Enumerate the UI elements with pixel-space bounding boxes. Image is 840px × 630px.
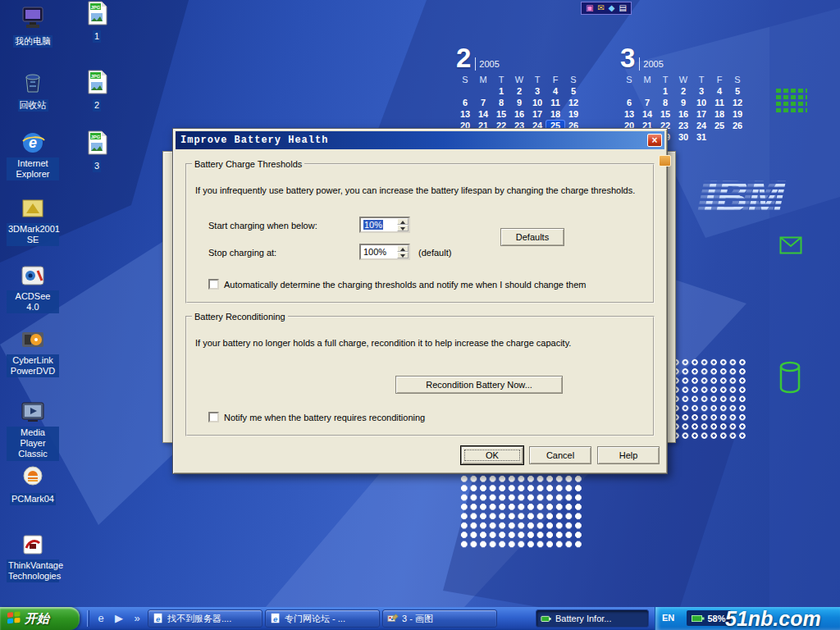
my-computer-icon xyxy=(20,5,46,31)
group-title-reconditioning: Battery Reconditioning xyxy=(192,312,288,322)
dialog-body: Battery Charge Thresholds If you infrequ… xyxy=(176,149,664,472)
stop-charging-value[interactable]: 100% xyxy=(361,245,397,258)
svg-text:e: e xyxy=(156,614,161,623)
auto-determine-checkbox-label: Automatically determine the charging thr… xyxy=(224,280,586,290)
calendar-day: 6 xyxy=(456,98,474,108)
calendar-day: 14 xyxy=(474,109,492,120)
auto-determine-checkbox[interactable] xyxy=(208,279,219,290)
desktop: 22005SMTWTFS1234567891011121314151617181… xyxy=(0,0,840,630)
notify-reconditioning-checkbox[interactable] xyxy=(208,412,219,422)
help-button[interactable]: Help xyxy=(597,446,660,464)
calendar-day: 2 xyxy=(674,86,692,97)
desktop-icon-3dmark2001-se[interactable]: 3DMark2001 SE xyxy=(7,195,59,246)
desktop-icon-my-computer[interactable]: 我的电脑 xyxy=(7,5,59,48)
dialog-titlebar[interactable]: Improve Battery Health × xyxy=(176,131,664,149)
notify-reconditioning-checkbox-label: Notify me when the battery requires reco… xyxy=(224,413,425,422)
calendar-month: 3 xyxy=(620,46,635,71)
desktop-icon-jpg-2[interactable]: JPG2 xyxy=(74,69,120,112)
svg-text:e: e xyxy=(273,614,278,623)
calendar-day: 17 xyxy=(692,109,710,120)
paint-icon xyxy=(387,613,399,624)
calendar-weekday: W xyxy=(510,75,528,85)
spin-up-button[interactable] xyxy=(397,218,409,225)
calendar-weekday: M xyxy=(638,75,656,85)
mail-icon[interactable]: ✉ xyxy=(597,2,604,14)
desktop-icon-thinkvantage[interactable]: ThinkVantage Technologies xyxy=(7,532,59,582)
calendar-weekday: T xyxy=(656,75,674,85)
start-button[interactable]: 开始 xyxy=(0,607,80,630)
reconditioning-description: If your battery no longer holds a full c… xyxy=(195,338,571,348)
recycle-bin-icon xyxy=(20,69,46,95)
taskbar-task-4[interactable]: Battery Infor... xyxy=(536,609,649,628)
defaults-button[interactable]: Defaults xyxy=(500,228,564,246)
battery-percent: 58% xyxy=(707,614,725,623)
svg-text:JPG: JPG xyxy=(90,74,100,79)
calendar-day: 19 xyxy=(728,109,746,120)
desktop-icon-jpg-3[interactable]: JPG3 xyxy=(74,130,120,172)
media-player-quick-icon[interactable]: ▶ xyxy=(112,611,126,626)
calendar-day: 4 xyxy=(546,86,564,97)
background-window-button[interactable] xyxy=(659,155,671,167)
stop-charging-spinner[interactable]: 100% xyxy=(359,244,410,260)
desktop-icon-powerdvd[interactable]: CyberLink PowerDVD xyxy=(7,326,59,377)
ok-button[interactable]: OK xyxy=(461,446,523,464)
3dmark-icon xyxy=(20,195,46,221)
close-icon: × xyxy=(651,135,657,146)
task-button-label: 专门网论坛 - ... xyxy=(285,613,345,625)
improve-battery-health-dialog: Improve Battery Health × Battery Charge … xyxy=(172,128,668,474)
spin-down-button[interactable] xyxy=(397,225,409,231)
ie-icon: e xyxy=(20,130,46,156)
monitor-icon[interactable]: ▣ xyxy=(586,2,593,14)
calendar-header: 32005 xyxy=(620,43,746,71)
taskbar: 开始 e▶» e找不到服务器....e专门网论坛 - ...3 - 画图Batt… xyxy=(0,607,840,630)
language-indicator[interactable]: EN xyxy=(662,613,674,623)
taskbar-task-1[interactable]: e找不到服务器.... xyxy=(148,609,262,628)
acdsee-icon xyxy=(20,262,46,289)
desktop-icon-jpg-1[interactable]: JPG1 xyxy=(74,0,120,43)
battery-tray-indicator[interactable]: 58% xyxy=(687,610,731,626)
calendar-day: 24 xyxy=(692,121,710,131)
task-button-label: Battery Infor... xyxy=(555,614,611,623)
envelope-icon xyxy=(779,236,802,258)
desktop-icon-recycle-bin[interactable]: 回收站 xyxy=(7,69,59,112)
desktop-icon-label: 3 xyxy=(93,160,101,172)
desktop-icon-pcmark04[interactable]: PCMark04 xyxy=(7,463,59,505)
start-charging-value[interactable]: 10% xyxy=(361,218,397,231)
desktop-icon-media-player-classic[interactable]: Media Player Classic xyxy=(7,399,59,461)
spin-down-button[interactable] xyxy=(397,252,409,258)
desktop-icon-internet-explorer[interactable]: eInternet Explorer xyxy=(7,130,59,180)
calendar-day: 19 xyxy=(564,109,582,120)
spinner-buttons xyxy=(397,245,409,258)
desktop-icon-label: PCMark04 xyxy=(10,493,56,505)
desktop-icon-column-2: JPG1JPG2JPG3 xyxy=(74,0,120,246)
settings-icon[interactable]: ▤ xyxy=(619,2,627,14)
cancel-button[interactable]: Cancel xyxy=(529,446,591,464)
taskbar-task-2[interactable]: e专门网论坛 - ... xyxy=(265,609,380,628)
calendar-day: 8 xyxy=(656,98,674,108)
more-chevron-icon[interactable]: » xyxy=(130,611,144,626)
calendar-day: 15 xyxy=(492,109,510,120)
calendar-day xyxy=(456,86,474,97)
start-charging-spinner[interactable]: 10% xyxy=(359,217,410,233)
spin-up-button[interactable] xyxy=(397,245,409,252)
ie-quick-icon[interactable]: e xyxy=(94,611,107,626)
calendar-day: 18 xyxy=(710,109,728,120)
floating-toolbar[interactable]: ▣✉◆▤ xyxy=(581,2,632,15)
desktop-icon-label: 我的电脑 xyxy=(13,35,52,48)
mpc-icon xyxy=(20,399,46,425)
taskbar-task-3[interactable]: 3 - 画图 xyxy=(382,609,497,628)
calendar-day: 3 xyxy=(528,86,546,97)
calendar-day: 11 xyxy=(710,98,728,108)
jpg-file-icon: JPG xyxy=(84,130,110,156)
desktop-icon-label: 3DMark2001 SE xyxy=(7,223,59,246)
quick-launch-handle[interactable] xyxy=(87,610,89,627)
start-button-label: 开始 xyxy=(25,611,49,627)
calendar-day xyxy=(474,86,492,97)
stop-charging-label: Stop charging at: xyxy=(208,248,276,258)
desktop-icon-label: 1 xyxy=(93,30,101,43)
recondition-battery-button[interactable]: Recondition Battery Now... xyxy=(395,376,563,394)
desktop-icon-acdsee[interactable]: ACDSee 4.0 xyxy=(7,262,59,313)
close-button[interactable]: × xyxy=(647,134,662,147)
calendar-day: 5 xyxy=(728,86,746,97)
shield-icon[interactable]: ◆ xyxy=(609,2,615,14)
